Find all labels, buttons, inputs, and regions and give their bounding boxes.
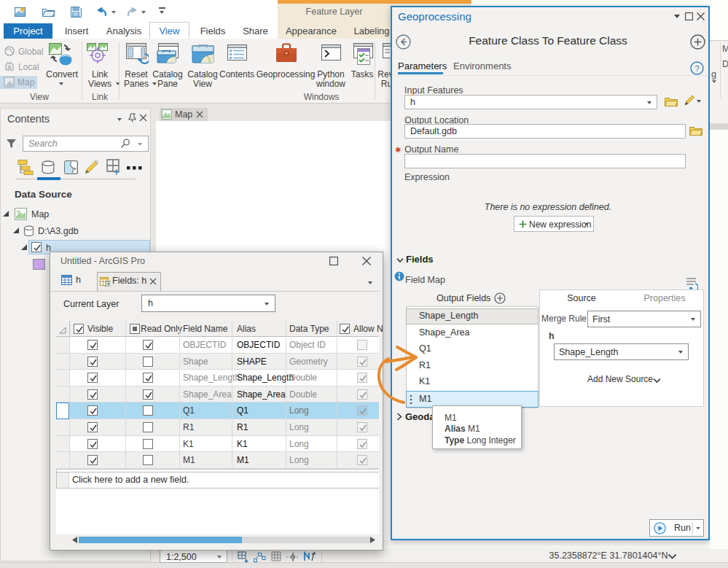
svg-text:?: ? (694, 64, 699, 73)
